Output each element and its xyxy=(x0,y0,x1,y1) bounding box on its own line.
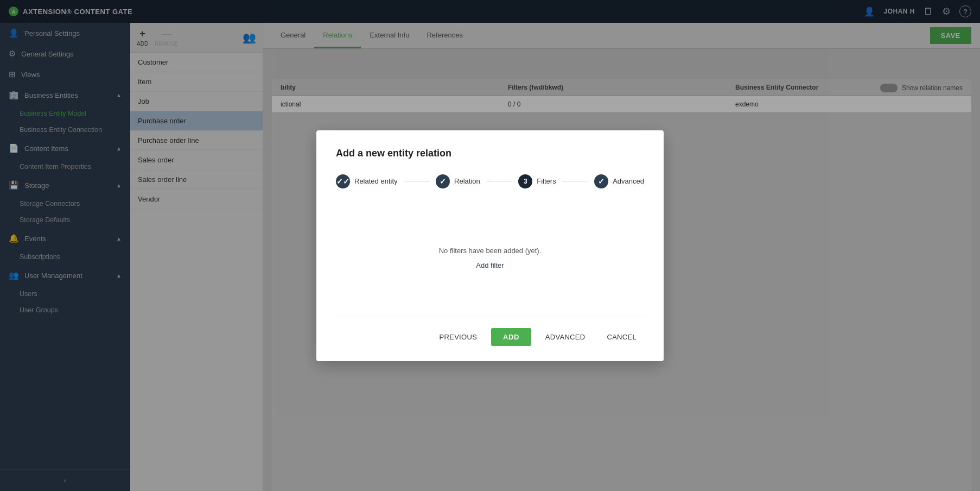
stepper-label-relation: Relation xyxy=(454,177,480,185)
cancel-button[interactable]: CANCEL xyxy=(599,329,644,345)
modal-title: Add a new entity relation xyxy=(336,148,644,159)
modal-body: No filters have been added (yet). Add fi… xyxy=(336,204,644,312)
stepper-circle-advanced: ✓ xyxy=(594,174,608,188)
stepper-line-1 xyxy=(404,181,430,181)
modal-dialog: Add a new entity relation ✓ Related enti… xyxy=(316,130,664,361)
stepper-step-filters: 3 Filters xyxy=(518,174,556,188)
stepper: ✓ Related entity ✓ Relation 3 Filters ✓ … xyxy=(336,174,644,188)
add-button[interactable]: ADD xyxy=(491,328,531,346)
modal-overlay: Add a new entity relation ✓ Related enti… xyxy=(0,0,980,491)
stepper-number-filters: 3 xyxy=(524,178,527,185)
stepper-line-2 xyxy=(487,181,512,181)
stepper-circle-related-entity: ✓ xyxy=(336,174,350,188)
stepper-line-3 xyxy=(563,181,588,181)
previous-button[interactable]: PREVIOUS xyxy=(432,329,485,345)
add-filter-link[interactable]: Add filter xyxy=(476,261,504,269)
stepper-label-filters: Filters xyxy=(537,177,556,185)
modal-footer: PREVIOUS ADD ADVANCED CANCEL xyxy=(336,317,644,346)
no-filters-text: No filters have been added (yet). xyxy=(439,247,542,255)
stepper-step-advanced: ✓ Advanced xyxy=(594,174,644,188)
stepper-circle-filters: 3 xyxy=(518,174,532,188)
stepper-label-related-entity: Related entity xyxy=(354,177,398,185)
stepper-circle-relation: ✓ xyxy=(436,174,450,188)
advanced-button[interactable]: ADVANCED xyxy=(538,329,593,345)
stepper-label-advanced: Advanced xyxy=(613,177,644,185)
stepper-step-relation: ✓ Relation xyxy=(436,174,480,188)
stepper-step-related-entity: ✓ Related entity xyxy=(336,174,398,188)
